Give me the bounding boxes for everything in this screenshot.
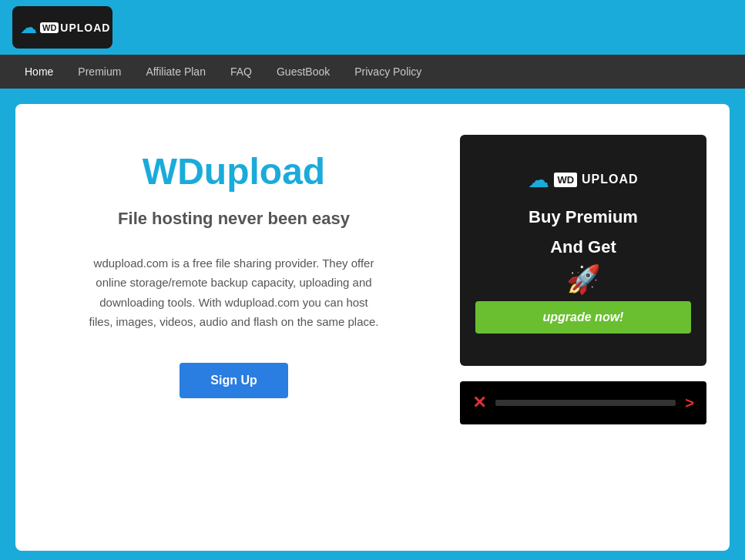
nav-premium[interactable]: Premium [65,56,133,87]
main-title: WDupload [143,150,325,193]
terminal-bar [495,400,676,406]
right-column: ☁ WD UPLOAD Buy Premium And Get 🚀 upgrad… [460,135,706,520]
nav-guestbook[interactable]: GuestBook [264,56,342,87]
banner-cloud-icon: ☁ [528,167,549,193]
logo-wd: WD [40,22,59,33]
content-card: WDupload File hosting never been easy wd… [15,104,730,551]
header: ☁ WD UPLOAD [0,0,745,55]
description: wdupload.com is a free file sharing prov… [88,253,381,332]
banner-logo: ☁ WD UPLOAD [528,167,638,193]
terminal-x-icon: ✕ [472,393,486,413]
terminal-banner[interactable]: ✕ > [460,381,706,424]
logo[interactable]: ☁ WD UPLOAD [12,6,112,49]
nav-home[interactable]: Home [12,56,65,87]
main-wrapper: WDupload File hosting never been easy wd… [0,89,745,560]
premium-banner: ☁ WD UPLOAD Buy Premium And Get 🚀 upgrad… [460,135,706,366]
cloud-icon: ☁ [20,19,37,36]
nav-affiliate-plan[interactable]: Affiliate Plan [133,56,218,87]
nav-faq[interactable]: FAQ [218,56,264,87]
navbar: Home Premium Affiliate Plan FAQ GuestBoo… [0,55,745,89]
terminal-arrow-icon: > [685,394,694,412]
banner-wd: WD [554,173,577,187]
left-column: WDupload File hosting never been easy wd… [39,135,429,520]
signup-button[interactable]: Sign Up [180,363,287,398]
banner-title-line2: And Get [550,236,616,259]
subtitle: File hosting never been easy [118,208,350,230]
logo-upload: UPLOAD [60,22,110,34]
banner-title-line1: Buy Premium [529,206,638,229]
banner-upload-text: UPLOAD [582,173,639,186]
nav-privacy-policy[interactable]: Privacy Policy [342,56,434,87]
rocket-icon: 🚀 [566,266,601,293]
upgrade-button[interactable]: upgrade now! [475,301,691,334]
